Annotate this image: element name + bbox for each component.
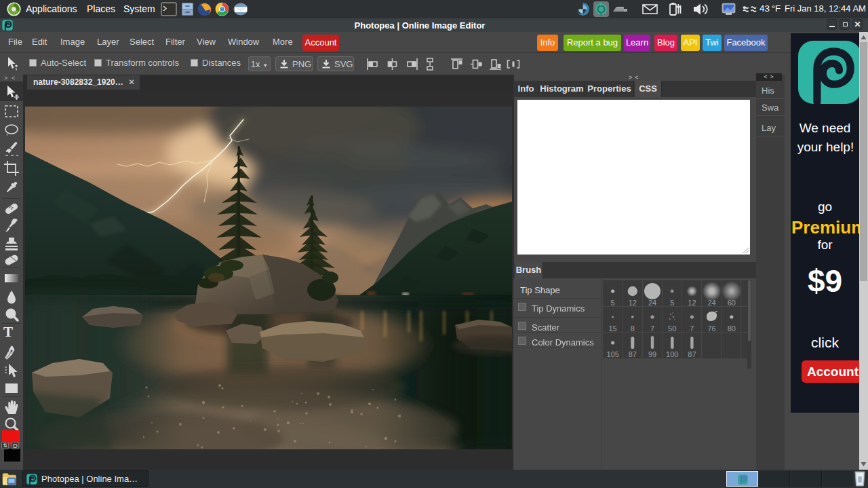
svg-text:80: 80 bbox=[728, 324, 736, 333]
svg-text:105: 105 bbox=[606, 350, 618, 358]
svg-text:5: 5 bbox=[611, 299, 615, 307]
svg-text:87: 87 bbox=[629, 350, 637, 358]
svg-text:12: 12 bbox=[629, 299, 637, 307]
svg-text:12: 12 bbox=[688, 299, 696, 307]
svg-text:76: 76 bbox=[707, 324, 715, 333]
svg-text:7: 7 bbox=[690, 324, 694, 333]
svg-text:99: 99 bbox=[648, 350, 656, 358]
svg-text:24: 24 bbox=[707, 299, 715, 307]
svg-text:60: 60 bbox=[728, 299, 736, 307]
svg-text:8: 8 bbox=[631, 324, 635, 333]
svg-text:5: 5 bbox=[670, 299, 674, 307]
svg-text:50: 50 bbox=[668, 324, 676, 333]
svg-text:100: 100 bbox=[666, 350, 678, 358]
svg-text:87: 87 bbox=[688, 350, 696, 358]
svg-text:7: 7 bbox=[650, 324, 654, 333]
svg-text:24: 24 bbox=[648, 299, 656, 307]
svg-text:15: 15 bbox=[608, 324, 616, 333]
